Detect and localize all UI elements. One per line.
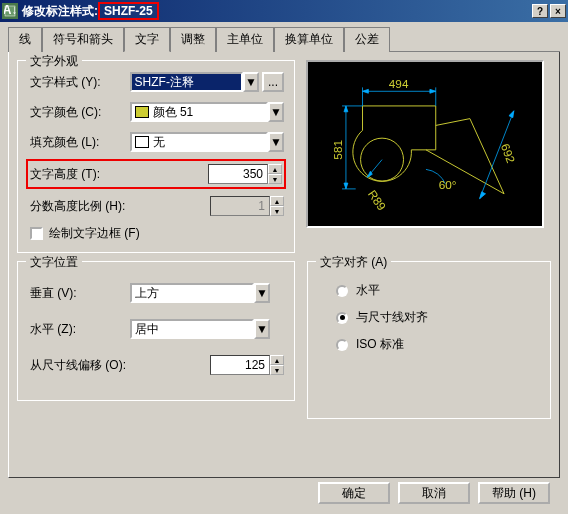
- tab-strip: 线 符号和箭头 文字 调整 主单位 换算单位 公差: [8, 26, 560, 52]
- title-style-name: SHZF-25: [100, 4, 157, 18]
- svg-marker-18: [480, 192, 486, 199]
- title-bar: A↓ 修改标注样式: SHZF-25 ? ×: [0, 0, 568, 22]
- tab-alt-units[interactable]: 换算单位: [274, 27, 344, 52]
- spin-up-icon[interactable]: ▲: [270, 355, 284, 365]
- svg-text:R89: R89: [366, 187, 389, 212]
- chevron-down-icon[interactable]: ▼: [243, 72, 259, 92]
- svg-line-4: [470, 119, 504, 194]
- svg-marker-15: [344, 183, 348, 189]
- draw-frame-checkbox[interactable]: 绘制文字边框 (F): [30, 225, 284, 242]
- app-icon: A↓: [2, 3, 18, 19]
- ok-button[interactable]: 确定: [318, 482, 390, 504]
- radio-horizontal[interactable]: 水平: [336, 282, 540, 299]
- label-horizontal: 水平 (Z):: [30, 321, 130, 338]
- group-text-position: 文字位置 垂直 (V): 上方 ▼ 水平 (Z): 居中 ▼: [17, 261, 295, 401]
- close-button[interactable]: ×: [550, 4, 566, 18]
- tab-text[interactable]: 文字: [124, 27, 170, 52]
- radio-icon[interactable]: [336, 339, 348, 351]
- spin-up-icon[interactable]: ▲: [268, 164, 282, 174]
- label-fraction-scale: 分数高度比例 (H):: [30, 198, 130, 215]
- help-button[interactable]: 帮助 (H): [478, 482, 550, 504]
- radio-icon[interactable]: [336, 312, 348, 324]
- label-text-height: 文字高度 (T):: [30, 166, 130, 183]
- svg-text:A↓: A↓: [4, 5, 16, 17]
- label-vertical: 垂直 (V):: [30, 285, 130, 302]
- svg-marker-17: [509, 111, 514, 118]
- offset-spinner[interactable]: ▲▼: [210, 355, 284, 375]
- text-style-combo[interactable]: SHZF-注释 ▼: [130, 72, 259, 92]
- svg-text:494: 494: [389, 77, 409, 90]
- tab-fit[interactable]: 调整: [170, 27, 216, 52]
- radio-icon[interactable]: [336, 285, 348, 297]
- horizontal-combo[interactable]: 居中 ▼: [130, 319, 270, 339]
- svg-marker-14: [344, 106, 348, 112]
- label-fill-color: 填充颜色 (L):: [30, 134, 130, 151]
- chevron-down-icon[interactable]: ▼: [268, 132, 284, 152]
- tab-tolerance[interactable]: 公差: [344, 27, 390, 52]
- help-button[interactable]: ?: [532, 4, 548, 18]
- chevron-down-icon[interactable]: ▼: [254, 283, 270, 303]
- spin-down-icon: ▼: [270, 206, 284, 216]
- label-text-color: 文字颜色 (C):: [30, 104, 130, 121]
- spin-down-icon[interactable]: ▼: [268, 174, 282, 184]
- fraction-scale-input: [210, 196, 270, 216]
- svg-marker-9: [363, 89, 369, 93]
- cancel-button[interactable]: 取消: [398, 482, 470, 504]
- checkbox-icon[interactable]: [30, 227, 43, 240]
- svg-text:692: 692: [499, 142, 518, 165]
- vertical-combo[interactable]: 上方 ▼: [130, 283, 270, 303]
- offset-input[interactable]: [210, 355, 270, 375]
- text-style-browse-button[interactable]: ...: [262, 72, 284, 92]
- radio-aligned[interactable]: 与尺寸线对齐: [336, 309, 540, 326]
- legend-alignment: 文字对齐 (A): [316, 254, 391, 271]
- legend-position: 文字位置: [26, 254, 82, 271]
- spin-down-icon[interactable]: ▼: [270, 365, 284, 375]
- chevron-down-icon[interactable]: ▼: [268, 102, 284, 122]
- group-text-appearance: 文字外观 文字样式 (Y): SHZF-注释 ▼ ... 文字颜色 (C): 颜…: [17, 60, 295, 253]
- title-prefix: 修改标注样式:: [22, 3, 98, 20]
- none-swatch-icon: [135, 136, 149, 148]
- tab-symbols[interactable]: 符号和箭头: [42, 27, 124, 52]
- fraction-scale-spinner: ▲▼: [210, 196, 284, 216]
- color-swatch-icon: [135, 106, 149, 118]
- label-offset: 从尺寸线偏移 (O):: [30, 357, 150, 374]
- label-text-style: 文字样式 (Y):: [30, 74, 130, 91]
- fill-color-combo[interactable]: 无 ▼: [130, 132, 284, 152]
- svg-line-5: [436, 119, 470, 126]
- svg-text:60°: 60°: [439, 178, 457, 191]
- svg-text:581: 581: [331, 140, 344, 160]
- text-height-spinner[interactable]: ▲▼: [208, 164, 282, 184]
- tab-primary-units[interactable]: 主单位: [216, 27, 274, 52]
- group-text-alignment: 文字对齐 (A) 水平 与尺寸线对齐 ISO 标准: [307, 261, 551, 419]
- svg-marker-10: [430, 89, 436, 93]
- preview-pane: 494 581 692 60° R89: [306, 60, 544, 228]
- text-height-input[interactable]: [208, 164, 268, 184]
- tab-lines[interactable]: 线: [8, 27, 42, 52]
- spin-up-icon: ▲: [270, 196, 284, 206]
- radio-iso[interactable]: ISO 标准: [336, 336, 540, 353]
- chevron-down-icon[interactable]: ▼: [254, 319, 270, 339]
- text-color-combo[interactable]: 颜色 51 ▼: [130, 102, 284, 122]
- label-draw-frame: 绘制文字边框 (F): [49, 225, 140, 242]
- legend-appearance: 文字外观: [26, 53, 82, 70]
